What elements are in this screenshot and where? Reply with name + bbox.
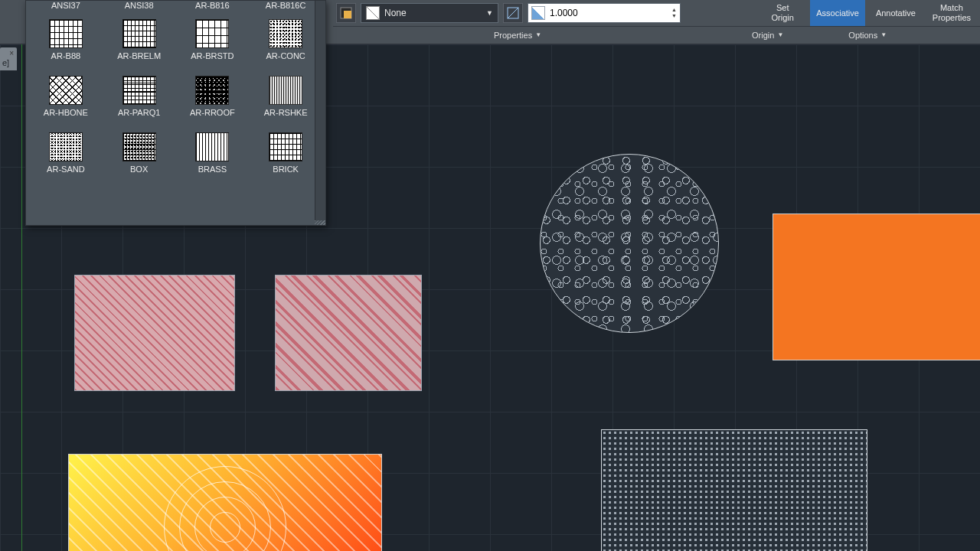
y-axis-line: [21, 44, 22, 551]
chevron-down-icon: ▼: [486, 9, 493, 17]
pattern-item[interactable]: AR-SAND: [29, 131, 103, 187]
pattern-item[interactable]: BRASS: [176, 131, 250, 187]
panel-properties[interactable]: Properties ▼: [486, 31, 549, 40]
pattern-item[interactable]: AR-BRELM: [103, 18, 176, 74]
pattern-thumb-icon: [49, 19, 83, 48]
pattern-label: ANSI38: [125, 1, 154, 10]
hatch-scale-value: 1.0000: [550, 8, 578, 18]
pattern-item[interactable]: ANSI38: [103, 1, 176, 18]
spinner-buttons[interactable]: ▲▼: [671, 7, 677, 19]
ribbon-controls-row: None ▼ 1.0000 ▲▼ Set Origin Associative …: [333, 0, 980, 26]
pattern-item[interactable]: AR-RROOF: [176, 74, 250, 131]
pattern-thumb-icon: [49, 132, 83, 161]
scale-swatch-icon: [531, 6, 545, 20]
pattern-item[interactable]: BOX: [103, 131, 176, 187]
close-icon[interactable]: ×: [9, 49, 14, 57]
match-properties-button[interactable]: Match Properties: [926, 0, 977, 26]
tab-label-fragment: e]: [2, 58, 9, 67]
background-dropdown[interactable]: None ▼: [361, 3, 498, 23]
pattern-label: BRASS: [198, 165, 227, 174]
pattern-item[interactable]: AR-PARQ1: [103, 74, 176, 131]
pattern-thumb-icon: [122, 132, 156, 161]
pattern-item[interactable]: AR-RSHKE: [249, 74, 322, 131]
pattern-thumb-icon: [122, 76, 156, 105]
pattern-label: AR-BRSTD: [191, 51, 234, 60]
panel-options[interactable]: Options ▼: [841, 31, 894, 40]
svg-line-3: [508, 8, 518, 18]
pattern-item[interactable]: AR-HBONE: [29, 74, 103, 131]
set-origin-button[interactable]: Set Origin: [760, 0, 805, 26]
svg-rect-1: [344, 11, 351, 18]
pattern-label: AR-PARQ1: [118, 108, 160, 117]
gallery-scrollbar[interactable]: [315, 1, 325, 220]
pattern-label: AR-B88: [51, 51, 81, 60]
pattern-item[interactable]: AR-CONC: [249, 18, 322, 74]
chevron-down-icon: ▼: [880, 31, 887, 38]
hatch-scale-input[interactable]: 1.0000 ▲▼: [528, 3, 681, 23]
pattern-item[interactable]: AR-BRSTD: [176, 18, 250, 74]
resize-handle-icon[interactable]: [315, 220, 325, 225]
pattern-label: ANSI37: [51, 1, 80, 10]
hatched-rect-dots[interactable]: [602, 430, 867, 551]
pattern-item[interactable]: AR-B816C: [249, 1, 322, 18]
pattern-label: AR-B816: [195, 1, 230, 10]
pattern-thumb-icon: [195, 76, 229, 105]
pattern-thumb-icon: [269, 76, 302, 105]
hatched-rect-diagonal[interactable]: [276, 276, 421, 390]
associative-button[interactable]: Associative: [810, 0, 865, 26]
pattern-thumb-icon: [122, 19, 156, 48]
pattern-label: AR-B816C: [266, 1, 306, 10]
solid-rect-orange[interactable]: [773, 214, 980, 360]
hatched-rect-crosshatch[interactable]: [75, 276, 234, 390]
background-color-button[interactable]: [336, 3, 356, 23]
pattern-thumb-icon: [269, 132, 302, 161]
pattern-label: AR-RSHKE: [264, 108, 308, 117]
chevron-down-icon: ▼: [777, 31, 783, 38]
ribbon-panel-labels: Properties ▼ Origin ▼ Options ▼: [333, 26, 980, 43]
hatched-circle-gravel[interactable]: [541, 155, 718, 332]
pattern-thumb-icon: [195, 132, 229, 161]
none-swatch-icon: [366, 6, 380, 20]
drawing-tab[interactable]: × e]: [0, 47, 17, 70]
pattern-label: AR-HBONE: [44, 108, 88, 117]
pattern-item[interactable]: BRICK: [249, 131, 322, 187]
gradient-rect[interactable]: [69, 455, 381, 551]
pattern-label: BOX: [130, 165, 148, 174]
scale-icon-button[interactable]: [503, 3, 523, 23]
pattern-item[interactable]: AR-B88: [29, 18, 103, 74]
pattern-thumb-icon: [195, 19, 229, 48]
pattern-label: AR-BRELM: [117, 51, 161, 60]
pattern-item[interactable]: AR-B816: [176, 1, 250, 18]
panel-origin[interactable]: Origin ▼: [744, 31, 791, 40]
pattern-label: AR-SAND: [47, 165, 85, 174]
chevron-down-icon: ▼: [535, 31, 541, 38]
pattern-thumb-icon: [49, 76, 83, 105]
background-dropdown-label: None: [384, 8, 407, 18]
hatch-pattern-gallery[interactable]: ANSI37ANSI38AR-B816AR-B816CAR-B88AR-BREL…: [25, 0, 326, 226]
annotative-button[interactable]: Annotative: [870, 0, 922, 26]
pattern-label: AR-RROOF: [190, 108, 235, 117]
pattern-thumb-icon: [269, 19, 302, 48]
pattern-label: BRICK: [273, 165, 299, 174]
pattern-label: AR-CONC: [266, 51, 305, 60]
concentric-rings-icon: [221, 523, 229, 531]
pattern-item[interactable]: ANSI37: [29, 1, 103, 18]
